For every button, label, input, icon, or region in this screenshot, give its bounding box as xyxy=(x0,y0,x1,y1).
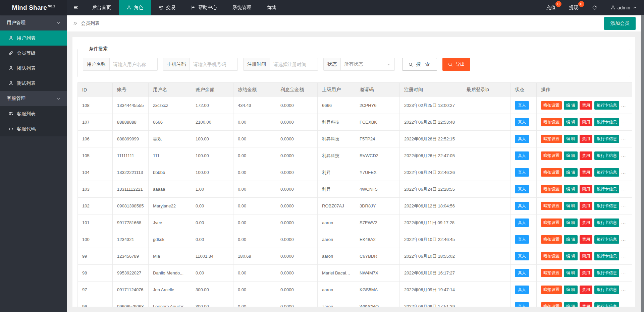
edit-button[interactable]: 编 辑 xyxy=(564,269,578,277)
edit-button[interactable]: 编 辑 xyxy=(564,118,578,126)
bank-card-button[interactable]: 银行卡信息 xyxy=(594,151,619,160)
disable-button[interactable]: 禁用 xyxy=(580,118,592,126)
bank-card-button[interactable]: 银行卡信息 xyxy=(594,235,619,244)
sidebar-item[interactable]: 会员等级 xyxy=(0,46,67,61)
edit-button[interactable]: 编 辑 xyxy=(564,168,578,177)
sidebar-item[interactable]: 用户列表 xyxy=(0,30,67,46)
disable-button[interactable]: 禁用 xyxy=(580,235,592,244)
topnav-item[interactable]: 帮助中心 xyxy=(183,0,225,15)
cell-username: Jen Arcelle xyxy=(149,282,191,298)
disable-button[interactable]: 禁用 xyxy=(580,269,592,277)
edit-button[interactable]: 编 辑 xyxy=(564,252,578,260)
topnav-item[interactable]: 角色 xyxy=(119,0,151,15)
disable-button[interactable]: 禁用 xyxy=(580,151,592,160)
status-badge[interactable]: 真人 xyxy=(515,135,529,143)
edit-button[interactable]: 编 辑 xyxy=(564,219,578,227)
export-button[interactable]: 导出 xyxy=(442,58,470,71)
hidden-deduct-button[interactable]: 暗扣设置 xyxy=(541,235,562,244)
page-scrollbar[interactable] xyxy=(641,15,644,312)
withdraw-button[interactable]: 提现 0 xyxy=(562,0,585,15)
bank-card-button[interactable]: 银行卡信息 xyxy=(594,219,619,227)
disable-button[interactable]: 禁用 xyxy=(580,202,592,210)
edit-button[interactable]: 编 辑 xyxy=(564,286,578,294)
disable-button[interactable]: 禁用 xyxy=(580,101,592,110)
sidebar-item[interactable]: 客服代码 xyxy=(0,121,67,136)
sidebar-item[interactable]: 团队列表 xyxy=(0,61,67,76)
cell-id: 102 xyxy=(78,198,113,214)
disable-button[interactable]: 禁用 xyxy=(580,302,592,307)
scrollbar-thumb[interactable] xyxy=(641,15,644,312)
cell-invite: KGS5MA xyxy=(355,282,400,298)
status-badge[interactable]: 真人 xyxy=(515,269,529,277)
disable-button[interactable]: 禁用 xyxy=(580,185,592,193)
bank-card-button[interactable]: 银行卡信息 xyxy=(594,185,619,193)
bank-card-button[interactable]: 银行卡信息 xyxy=(594,168,619,177)
disable-button[interactable]: 禁用 xyxy=(580,168,592,177)
disable-button[interactable]: 禁用 xyxy=(580,135,592,143)
status-select[interactable]: 所有状态 xyxy=(341,58,394,70)
sidebar-section-header[interactable]: 用户管理 xyxy=(0,15,67,30)
status-badge[interactable]: 真人 xyxy=(515,151,529,160)
hidden-deduct-button[interactable]: 暗扣设置 xyxy=(541,135,562,143)
cell-id: 105 xyxy=(78,147,113,164)
bank-card-button[interactable]: 银行卡信息 xyxy=(594,118,619,126)
hidden-deduct-button[interactable]: 暗扣设置 xyxy=(541,101,562,110)
hidden-deduct-button[interactable]: 暗扣设置 xyxy=(541,269,562,277)
username-input[interactable] xyxy=(110,58,157,70)
topnav-item[interactable]: 后台首页 xyxy=(85,0,119,15)
bank-card-button[interactable]: 银行卡信息 xyxy=(594,302,619,307)
hidden-deduct-button[interactable]: 暗扣设置 xyxy=(541,185,562,193)
status-badge[interactable]: 真人 xyxy=(515,185,529,193)
edit-button[interactable]: 编 辑 xyxy=(564,135,578,143)
cell-status: 真人 xyxy=(511,265,537,282)
hidden-deduct-button[interactable]: 暗扣设置 xyxy=(541,302,562,307)
topnav-item[interactable]: 系统管理 xyxy=(225,0,259,15)
topnav-item[interactable]: 交易 xyxy=(151,0,183,15)
status-badge[interactable]: 真人 xyxy=(515,286,529,294)
register-time-input[interactable] xyxy=(270,58,318,70)
edit-button[interactable]: 编 辑 xyxy=(564,185,578,193)
hidden-deduct-button[interactable]: 暗扣设置 xyxy=(541,252,562,260)
hidden-deduct-button[interactable]: 暗扣设置 xyxy=(541,286,562,294)
recharge-button[interactable]: 充值 0 xyxy=(540,0,562,15)
topnav-item[interactable]: 商城 xyxy=(259,0,284,15)
status-badge[interactable]: 真人 xyxy=(515,101,529,110)
refresh-button[interactable] xyxy=(585,0,604,15)
sidebar-toggle-button[interactable] xyxy=(67,0,85,15)
cell-actions: 暗扣设置编 辑禁用银行卡信息... xyxy=(537,282,632,298)
bank-card-button[interactable]: 银行卡信息 xyxy=(594,135,619,143)
sidebar-section-header[interactable]: 客服管理 xyxy=(0,91,67,106)
add-member-button[interactable]: 添加会员 xyxy=(604,17,636,30)
edit-button[interactable]: 编 辑 xyxy=(564,302,578,307)
disable-button[interactable]: 禁用 xyxy=(580,252,592,260)
bank-card-button[interactable]: 银行卡信息 xyxy=(594,252,619,260)
hidden-deduct-button[interactable]: 暗扣设置 xyxy=(541,168,562,177)
status-badge[interactable]: 真人 xyxy=(515,302,529,307)
edit-button[interactable]: 编 辑 xyxy=(564,235,578,244)
status-badge[interactable]: 真人 xyxy=(515,252,529,260)
phone-input[interactable] xyxy=(190,58,237,70)
status-badge[interactable]: 真人 xyxy=(515,219,529,227)
sidebar-item[interactable]: 客服列表 xyxy=(0,106,67,121)
edit-button[interactable]: 编 辑 xyxy=(564,202,578,210)
bank-card-button[interactable]: 银行卡信息 xyxy=(594,286,619,294)
bank-card-button[interactable]: 银行卡信息 xyxy=(594,101,619,110)
disable-button[interactable]: 禁用 xyxy=(580,219,592,227)
hidden-deduct-button[interactable]: 暗扣设置 xyxy=(541,219,562,227)
hidden-deduct-button[interactable]: 暗扣设置 xyxy=(541,118,562,126)
status-badge[interactable]: 真人 xyxy=(515,168,529,177)
status-badge[interactable]: 真人 xyxy=(515,235,529,244)
search-button[interactable]: 搜 索 xyxy=(402,58,437,71)
bank-card-button[interactable]: 银行卡信息 xyxy=(594,269,619,277)
edit-button[interactable]: 编 辑 xyxy=(564,151,578,160)
edit-button[interactable]: 编 辑 xyxy=(564,101,578,110)
bank-card-button[interactable]: 银行卡信息 xyxy=(594,202,619,210)
hidden-deduct-button[interactable]: 暗扣设置 xyxy=(541,151,562,160)
hidden-deduct-button[interactable]: 暗扣设置 xyxy=(541,202,562,210)
user-menu[interactable]: admin xyxy=(604,0,644,15)
disable-button[interactable]: 禁用 xyxy=(580,286,592,294)
status-badge[interactable]: 真人 xyxy=(515,118,529,126)
sidebar-item[interactable]: 测试列表 xyxy=(0,76,67,91)
status-badge[interactable]: 真人 xyxy=(515,202,529,210)
cell-username: 喜欢 xyxy=(149,131,191,147)
